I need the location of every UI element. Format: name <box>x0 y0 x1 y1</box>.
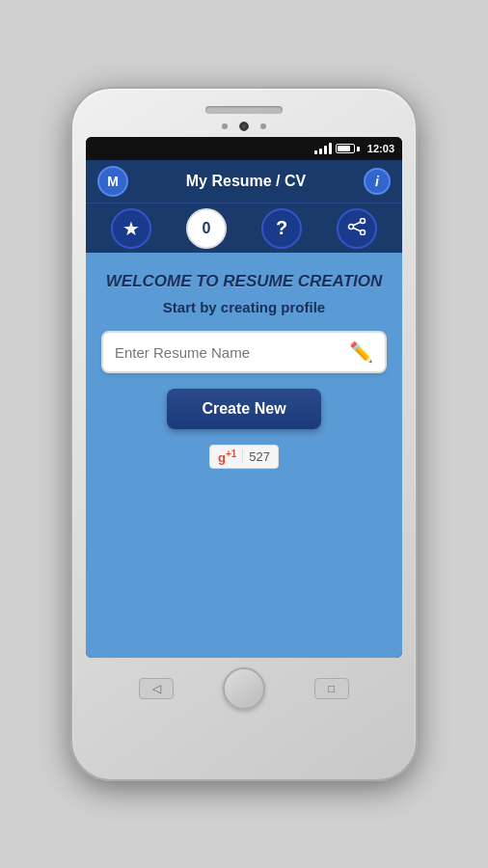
welcome-subtitle: Start by creating profile <box>163 299 325 315</box>
google-plus-widget[interactable]: g+1 527 <box>209 445 279 469</box>
phone-camera <box>239 122 249 131</box>
count-button[interactable]: 0 <box>186 208 227 249</box>
phone-camera-row <box>86 122 402 131</box>
help-button[interactable]: ? <box>261 208 302 249</box>
phone-dot-2 <box>260 123 266 129</box>
app-bar: M My Resume / CV i <box>86 160 402 203</box>
signal-bar-2 <box>319 149 322 154</box>
main-content: WELCOME TO RESUME CREATION Start by crea… <box>86 253 402 658</box>
resume-name-input-container: ✏️ <box>101 331 387 373</box>
recent-apps-icon: □ <box>328 682 335 695</box>
phone-dot <box>222 123 228 129</box>
signal-icon <box>314 143 332 154</box>
svg-point-0 <box>361 218 366 223</box>
phone-screen: 12:03 M My Resume / CV i ★ 0 ? <box>86 137 402 658</box>
pencil-icon: ✏️ <box>349 340 373 364</box>
google-plus-icon: g+1 <box>218 448 236 465</box>
phone-speaker <box>205 106 283 114</box>
favorites-button[interactable]: ★ <box>111 208 151 249</box>
welcome-title: WELCOME TO RESUME CREATION <box>106 272 383 291</box>
resume-name-input[interactable] <box>115 344 341 361</box>
toolbar: ★ 0 ? <box>86 203 402 253</box>
signal-bar-1 <box>314 150 317 154</box>
create-new-button[interactable]: Create New <box>167 389 320 429</box>
svg-line-4 <box>353 228 361 231</box>
back-icon: ◁ <box>152 682 161 695</box>
status-bar: 12:03 <box>86 137 402 160</box>
battery-tip <box>357 147 360 151</box>
app-title: My Resume / CV <box>128 173 364 190</box>
home-button[interactable] <box>223 667 265 710</box>
count-value: 0 <box>203 220 211 237</box>
battery-icon <box>336 144 360 153</box>
phone-frame: 12:03 M My Resume / CV i ★ 0 ? <box>70 87 418 781</box>
svg-point-2 <box>349 224 354 229</box>
app-logo[interactable]: M <box>97 166 128 197</box>
svg-line-3 <box>353 222 361 226</box>
status-time: 12:03 <box>367 143 394 154</box>
info-button[interactable]: i <box>364 168 391 195</box>
share-icon <box>347 218 366 239</box>
google-plus-count: 527 <box>242 449 270 464</box>
help-icon: ? <box>276 217 287 239</box>
signal-bar-4 <box>329 143 332 154</box>
share-button[interactable] <box>337 208 377 249</box>
app-logo-symbol: M <box>107 174 119 189</box>
signal-bar-3 <box>324 146 327 154</box>
svg-point-1 <box>361 230 366 234</box>
back-button[interactable]: ◁ <box>139 678 174 699</box>
battery-body <box>336 144 355 153</box>
recent-apps-button[interactable]: □ <box>314 678 349 699</box>
battery-fill <box>338 146 350 151</box>
phone-bottom-nav: ◁ □ <box>86 667 402 710</box>
info-symbol: i <box>375 174 379 189</box>
star-icon: ★ <box>122 217 140 240</box>
